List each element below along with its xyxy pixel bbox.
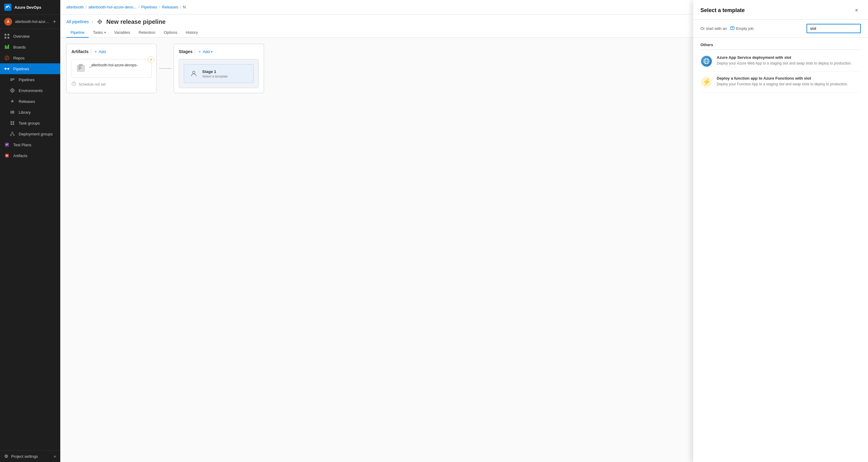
sidebar-item-environments[interactable]: Environments <box>0 85 60 96</box>
stage-title: Stage 1 <box>202 69 228 74</box>
sidebar-item-deployment-groups[interactable]: Deployment groups <box>0 128 60 139</box>
artifacts-section: Artifacts ＋ Add <box>66 44 157 93</box>
svg-rect-21 <box>10 123 12 125</box>
svg-point-25 <box>13 135 14 136</box>
sidebar-item-pipelines-label: Pipelines <box>13 67 29 71</box>
svg-rect-5 <box>6 46 7 49</box>
or-start-label: Or start with an <box>701 26 727 31</box>
project-settings-label: Project settings <box>11 454 38 459</box>
svg-rect-11 <box>10 79 14 80</box>
svg-rect-1 <box>7 34 9 36</box>
sidebar-item-boards[interactable]: Boards <box>0 41 60 53</box>
artifact-trigger-button[interactable]: ⚡ <box>148 56 154 63</box>
sidebar-item-releases-label: Releases <box>19 99 35 104</box>
tab-history[interactable]: History <box>181 28 202 38</box>
sidebar-nav: Overview Boards Repos <box>0 29 60 450</box>
breadcrumb-part-2[interactable]: Pipelines <box>141 5 157 9</box>
template-item-function-app-slot[interactable]: ⚡ Deploy a function app to Azure Functio… <box>701 72 861 93</box>
function-app-slot-title: Deploy a function app to Azure Functions… <box>717 76 848 81</box>
svg-line-26 <box>11 133 12 135</box>
stage-inner: Stage 1 Select a template <box>184 64 254 83</box>
svg-rect-4 <box>5 45 6 49</box>
project-settings-button[interactable]: ⚙ Project settings « <box>0 450 60 462</box>
panel-title: Select a template <box>701 7 745 13</box>
app-name: Azure DevOps <box>14 5 41 10</box>
boards-icon <box>4 44 10 50</box>
search-box-wrapper: × <box>807 24 861 33</box>
all-pipelines-link[interactable]: All pipelines <box>66 19 89 24</box>
svg-point-7 <box>4 68 6 70</box>
sidebar-item-pipelines[interactable]: Pipelines <box>0 63 60 74</box>
releases-icon <box>10 98 15 104</box>
empty-job-icon <box>730 26 735 31</box>
breadcrumb-part-3[interactable]: Releases <box>162 5 178 9</box>
stage-icon <box>189 69 198 79</box>
empty-job-label: Empty job <box>736 26 753 31</box>
pipeline-title-icon <box>96 18 103 25</box>
tab-pipeline[interactable]: Pipeline <box>66 28 89 38</box>
deployment-groups-icon <box>10 131 15 137</box>
sidebar-item-repos[interactable]: Repos <box>0 53 60 63</box>
tab-variables[interactable]: Variables <box>110 28 134 38</box>
add-stage-button[interactable]: ＋ Add ▾ <box>198 49 213 54</box>
sidebar-item-test-plans-label: Test Plans <box>13 143 31 147</box>
sidebar-item-library-label: Library <box>19 110 31 115</box>
stage-text: Stage 1 Select a template <box>202 69 228 78</box>
tab-options[interactable]: Options <box>159 28 181 38</box>
repos-icon <box>4 55 10 61</box>
pipelines-sub-icon <box>10 77 15 82</box>
breadcrumb-part-1[interactable]: alterbooth-hol-azure-devo... <box>88 5 136 9</box>
breadcrumb-sep-1: / <box>138 5 140 9</box>
add-artifact-button[interactable]: ＋ Add <box>94 49 106 54</box>
artifacts-icon <box>4 153 10 158</box>
svg-rect-35 <box>79 64 83 66</box>
sidebar-item-deployment-groups-label: Deployment groups <box>19 132 53 136</box>
add-stage-dropdown-icon: ▾ <box>211 50 213 53</box>
test-plans-icon <box>4 142 10 147</box>
page-title: New release pipeline <box>106 19 166 25</box>
sidebar-item-boards-label: Boards <box>13 45 26 50</box>
stage-card[interactable]: Stage 1 Select a template <box>179 59 259 88</box>
sidebar-item-releases[interactable]: Releases <box>0 96 60 107</box>
template-search-input[interactable] <box>807 24 861 33</box>
svg-line-27 <box>12 133 14 135</box>
sidebar-item-repos-label: Repos <box>13 56 25 60</box>
sidebar-item-artifacts-label: Artifacts <box>13 153 27 158</box>
template-panel: Select a template × Or start with an Emp… <box>693 0 868 462</box>
panel-close-button[interactable]: × <box>852 6 861 15</box>
org-name: alterbooth-hol-azure-... <box>15 20 50 24</box>
schedule-row: Schedule not set <box>71 81 152 87</box>
template-item-app-service-slot[interactable]: Azure App Service deployment with slot D… <box>701 51 861 72</box>
org-row[interactable]: A alterbooth-hol-azure-... + <box>0 15 60 29</box>
breadcrumb-sep-2: / <box>159 5 160 9</box>
sidebar-item-artifacts[interactable]: Artifacts <box>0 150 60 161</box>
sidebar-item-test-plans[interactable]: Test Plans <box>0 139 60 150</box>
artifact-card[interactable]: _alterbooth-hol-azure-devops- ⚡ <box>71 59 152 78</box>
sidebar-item-task-groups[interactable]: Task groups <box>0 118 60 128</box>
empty-job-link[interactable]: Empty job <box>730 26 753 31</box>
svg-point-24 <box>10 135 11 136</box>
svg-rect-19 <box>10 121 12 123</box>
tab-tasks[interactable]: Tasks ▾ <box>89 28 110 38</box>
tab-retention[interactable]: Retention <box>134 28 160 38</box>
panel-search-row: Or start with an Empty job × <box>693 20 868 38</box>
sidebar-item-library[interactable]: Library <box>0 107 60 118</box>
svg-rect-3 <box>7 37 9 38</box>
overview-icon <box>4 33 10 39</box>
sidebar-item-pipelines-sub[interactable]: Pipelines <box>0 74 60 85</box>
collapse-sidebar-button[interactable]: « <box>54 454 56 459</box>
title-breadcrumb-arrow: › <box>92 20 93 24</box>
org-avatar: A <box>4 18 12 26</box>
add-stage-label: Add <box>203 50 210 54</box>
add-project-button[interactable]: + <box>53 19 56 25</box>
add-artifact-plus: ＋ <box>94 49 98 54</box>
app-header[interactable]: Azure DevOps <box>0 0 60 15</box>
sidebar-item-pipelines-sub-label: Pipelines <box>19 78 35 82</box>
sidebar-item-overview[interactable]: Overview <box>0 31 60 41</box>
svg-rect-34 <box>79 69 80 70</box>
tasks-dropdown-icon: ▾ <box>104 31 106 34</box>
add-artifact-label: Add <box>99 50 106 54</box>
app-service-slot-text: Azure App Service deployment with slot D… <box>717 55 852 66</box>
breadcrumb-part-0[interactable]: alterbooth <box>66 5 84 9</box>
svg-rect-12 <box>10 80 13 81</box>
